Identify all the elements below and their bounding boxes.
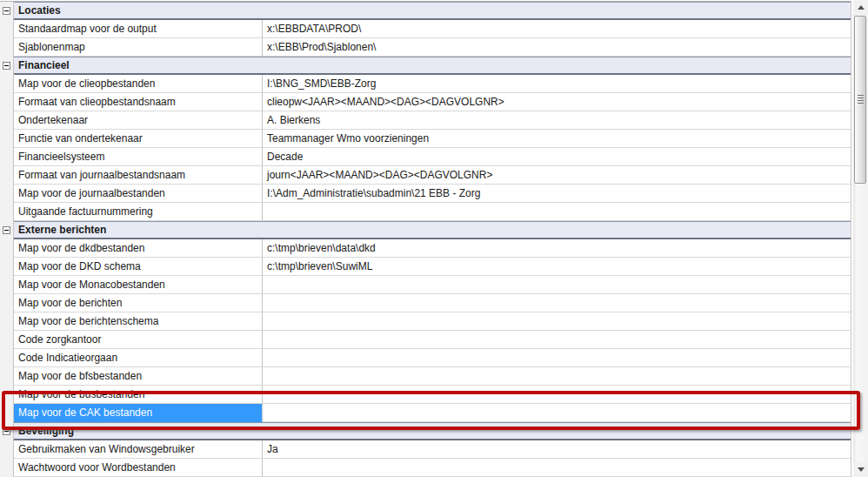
property-row[interactable]: Map voor de bfsbestanden bbox=[0, 367, 851, 386]
property-row[interactable]: Map voor de DKD schema c:\tmp\brieven\Su… bbox=[0, 258, 851, 276]
property-label-cell[interactable]: Map voor de busbestanden bbox=[14, 386, 263, 404]
property-row[interactable]: Map voor de busbestanden bbox=[0, 386, 851, 404]
property-row[interactable]: Map voor de CAK bestanden bbox=[0, 404, 851, 422]
row-gutter bbox=[0, 2, 14, 20]
category-row[interactable]: Beveiliging bbox=[0, 422, 851, 440]
category-cell[interactable]: Beveiliging bbox=[14, 422, 851, 440]
property-row[interactable]: Gebruikmaken van Windowsgebruiker Ja bbox=[0, 440, 851, 459]
property-row[interactable]: Ondertekenaar A. Bierkens bbox=[0, 111, 851, 130]
row-gutter bbox=[0, 38, 14, 57]
property-value-cell[interactable]: I:\BNG_SMD\EBB-Zorg bbox=[263, 75, 851, 93]
property-row[interactable]: Code Indicatieorgaan bbox=[0, 349, 851, 367]
property-value-cell[interactable] bbox=[263, 294, 851, 312]
property-value-cell[interactable]: I:\Adm_Administratie\subadmin\21 EBB - Z… bbox=[263, 185, 851, 203]
property-row[interactable]: Sjablonenmap x:\EBB\Prod\Sjablonen\ bbox=[0, 38, 851, 57]
property-label-cell[interactable]: Ondertekenaar bbox=[14, 111, 263, 130]
property-value: I:\Adm_Administratie\subadmin\21 EBB - Z… bbox=[267, 187, 480, 199]
property-row[interactable]: Formaat van clieopbestandsnaam clieopw<J… bbox=[0, 93, 851, 111]
collapse-minus-icon[interactable] bbox=[3, 427, 10, 435]
property-label-cell[interactable]: Formaat van journaalbestandsnaam bbox=[14, 166, 263, 185]
property-row[interactable]: Map voor de berichten bbox=[0, 294, 851, 312]
property-row[interactable]: Map voor de berichtenschema bbox=[0, 312, 851, 331]
property-value-cell[interactable]: clieopw<JAAR><MAAND><DAG><DAGVOLGNR> bbox=[263, 93, 851, 111]
property-value-cell[interactable] bbox=[263, 312, 851, 331]
property-value-cell[interactable]: Teammanager Wmo voorzieningen bbox=[263, 130, 851, 148]
vertical-scrollbar[interactable] bbox=[853, 0, 868, 477]
property-label: Map voor de berichtenschema bbox=[18, 315, 158, 327]
scrollbar-thumb[interactable] bbox=[854, 16, 866, 184]
property-label-cell[interactable]: Map voor de dkdbestanden bbox=[14, 239, 263, 258]
property-value-cell[interactable] bbox=[263, 367, 851, 386]
category-cell[interactable]: Externe berichten bbox=[14, 221, 851, 239]
property-row[interactable]: Standaardmap voor de output x:\EBBDATA\P… bbox=[0, 20, 851, 38]
property-label-cell[interactable]: Map voor de clieopbestanden bbox=[14, 75, 263, 93]
property-value-cell[interactable]: c:\tmp\brieven\data\dkd bbox=[263, 239, 851, 258]
property-value-cell[interactable] bbox=[263, 203, 851, 221]
property-row[interactable]: Uitgaande factuurnummering bbox=[0, 203, 851, 221]
property-value: clieopw<JAAR><MAAND><DAG><DAGVOLGNR> bbox=[267, 96, 504, 108]
category-cell[interactable]: Locaties bbox=[14, 2, 851, 20]
row-gutter bbox=[0, 440, 14, 459]
property-label: Map voor de journaalbestanden bbox=[18, 187, 165, 199]
property-row[interactable]: Formaat van journaalbestandsnaam journ<J… bbox=[0, 166, 851, 185]
row-gutter bbox=[0, 111, 14, 130]
category-row[interactable]: Locaties bbox=[0, 2, 851, 20]
property-row[interactable]: Map voor de journaalbestanden I:\Adm_Adm… bbox=[0, 185, 851, 203]
category-row[interactable]: Financieel bbox=[0, 57, 851, 75]
property-row[interactable]: Financieelsysteem Decade bbox=[0, 148, 851, 166]
property-value-cell[interactable]: x:\EBB\Prod\Sjablonen\ bbox=[263, 38, 851, 57]
property-label-cell[interactable]: Map voor de DKD schema bbox=[14, 258, 263, 276]
property-label-cell[interactable]: Functie van ondertekenaar bbox=[14, 130, 263, 148]
property-label-cell[interactable]: Gebruikmaken van Windowsgebruiker bbox=[14, 440, 263, 459]
property-value-cell[interactable]: Ja bbox=[263, 440, 851, 459]
row-gutter bbox=[0, 166, 14, 185]
property-label-cell[interactable]: Map voor de Monacobestanden bbox=[14, 276, 263, 294]
row-gutter bbox=[0, 258, 14, 276]
property-value-cell[interactable] bbox=[263, 459, 851, 477]
property-row[interactable]: Map voor de clieopbestanden I:\BNG_SMD\E… bbox=[0, 75, 851, 93]
row-gutter bbox=[0, 276, 14, 294]
category-label: Externe berichten bbox=[18, 224, 106, 236]
property-row[interactable]: Functie van ondertekenaar Teammanager Wm… bbox=[0, 130, 851, 148]
scrollbar-track[interactable] bbox=[853, 15, 868, 462]
property-label-cell[interactable]: Uitgaande factuurnummering bbox=[14, 203, 263, 221]
property-label: Map voor de CAK bestanden bbox=[18, 406, 152, 419]
category-cell[interactable]: Financieel bbox=[14, 57, 851, 75]
row-gutter bbox=[0, 294, 14, 312]
property-value-cell[interactable] bbox=[263, 386, 851, 404]
property-row[interactable]: Code zorgkantoor bbox=[0, 331, 851, 349]
property-label: Uitgaande factuurnummering bbox=[18, 205, 153, 218]
property-label-cell[interactable]: Map voor de journaalbestanden bbox=[14, 185, 263, 203]
property-value-cell[interactable]: journ<JAAR><MAAND><DAG><DAGVOLGNR> bbox=[263, 166, 851, 185]
property-label-cell[interactable]: Code Indicatieorgaan bbox=[14, 349, 263, 367]
property-label-cell[interactable]: Map voor de CAK bestanden bbox=[14, 404, 263, 422]
property-value-cell[interactable] bbox=[263, 349, 851, 367]
property-value-cell[interactable]: Decade bbox=[263, 148, 851, 166]
property-label-cell[interactable]: Formaat van clieopbestandsnaam bbox=[14, 93, 263, 111]
property-label-cell[interactable]: Map voor de bfsbestanden bbox=[14, 367, 263, 386]
category-row[interactable]: Externe berichten bbox=[0, 221, 851, 239]
property-value-cell[interactable] bbox=[263, 276, 851, 294]
property-value-cell[interactable]: x:\EBBDATA\PROD\ bbox=[263, 20, 851, 38]
property-value-cell[interactable] bbox=[263, 331, 851, 349]
property-value-cell[interactable]: c:\tmp\brieven\SuwiML bbox=[263, 258, 851, 276]
scroll-down-button[interactable] bbox=[853, 462, 868, 477]
scroll-up-button[interactable] bbox=[853, 0, 868, 15]
property-value-cell[interactable] bbox=[263, 404, 851, 422]
property-row[interactable]: Wachtwoord voor Wordbestanden bbox=[0, 459, 851, 477]
property-value-cell[interactable]: A. Bierkens bbox=[263, 111, 851, 130]
property-label-cell[interactable]: Standaardmap voor de output bbox=[14, 20, 263, 38]
collapse-minus-icon[interactable] bbox=[3, 226, 10, 234]
property-row[interactable]: Map voor de Monacobestanden bbox=[0, 276, 851, 294]
property-row[interactable]: Map voor de dkdbestanden c:\tmp\brieven\… bbox=[0, 239, 851, 258]
property-label-cell[interactable]: Wachtwoord voor Wordbestanden bbox=[14, 459, 263, 477]
property-label: Wachtwoord voor Wordbestanden bbox=[18, 461, 176, 474]
property-label-cell[interactable]: Code zorgkantoor bbox=[14, 331, 263, 349]
collapse-minus-icon[interactable] bbox=[3, 62, 10, 70]
property-value: c:\tmp\brieven\data\dkd bbox=[267, 242, 376, 254]
property-label-cell[interactable]: Map voor de berichten bbox=[14, 294, 263, 312]
property-label-cell[interactable]: Financieelsysteem bbox=[14, 148, 263, 166]
collapse-minus-icon[interactable] bbox=[3, 7, 10, 15]
property-label-cell[interactable]: Map voor de berichtenschema bbox=[14, 312, 263, 331]
property-label-cell[interactable]: Sjablonenmap bbox=[14, 38, 263, 57]
